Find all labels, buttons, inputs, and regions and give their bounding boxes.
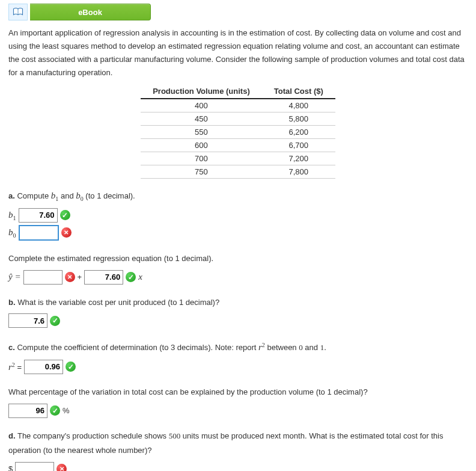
dollar-label: $: [8, 464, 13, 471]
intercept-input[interactable]: [23, 270, 63, 285]
totalcost-input[interactable]: [15, 462, 54, 471]
check-icon: [66, 362, 76, 372]
x-label: x: [138, 272, 142, 282]
data-table: Production Volume (units) Total Cost ($)…: [141, 84, 335, 179]
question-c-prompt: c. Compute the coefficient of determinat…: [8, 339, 468, 356]
table-row: 4505,800: [141, 112, 335, 126]
col-header-cost: Total Cost ($): [262, 84, 335, 99]
b1-input[interactable]: [19, 208, 58, 223]
book-icon: [13, 8, 23, 16]
eq-row: ŷ = + x: [8, 270, 468, 285]
table-row: 6006,700: [141, 139, 335, 152]
col-header-volume: Production Volume (units): [141, 84, 262, 99]
pct-symbol: %: [63, 406, 70, 415]
ebook-button[interactable]: eBook: [30, 4, 151, 20]
d-row: $: [8, 462, 468, 471]
pct-prompt: What percentage of the variation in tota…: [8, 385, 468, 400]
b-row: [8, 313, 468, 328]
question-a-prompt: a. Compute b1 and b0 (to 1 decimal).: [8, 187, 468, 205]
question-d-prompt: d. The company's production schedule sho…: [8, 429, 468, 458]
check-icon: [60, 210, 70, 220]
eq-prompt: Complete the estimated regression equati…: [8, 251, 468, 266]
varcost-input[interactable]: [8, 313, 47, 328]
slope-input[interactable]: [84, 270, 123, 285]
b1-label: b1: [8, 210, 16, 221]
cross-icon: [65, 272, 75, 282]
c-row: r2 =: [8, 360, 468, 374]
b1-row: b1: [8, 208, 468, 223]
b0-input[interactable]: [19, 225, 59, 241]
r2-input[interactable]: [24, 360, 63, 374]
ebook-toolbar: eBook: [8, 4, 468, 20]
table-row: 7507,800: [141, 165, 335, 179]
check-icon: [50, 316, 60, 326]
cross-icon: [56, 464, 67, 471]
b0-row: b0: [8, 225, 468, 241]
question-b-prompt: b. What is the variable cost per unit pr…: [8, 295, 468, 310]
ebook-label: eBook: [78, 8, 102, 17]
book-icon-box: [8, 4, 28, 20]
pct-row: %: [8, 404, 468, 418]
r2-label: r2 =: [8, 362, 22, 372]
y-hat-label: ŷ =: [8, 272, 21, 282]
table-row: 5506,200: [141, 126, 335, 139]
cross-icon: [61, 227, 72, 238]
b0-label: b0: [8, 227, 16, 239]
check-icon: [126, 272, 136, 282]
intro-text: An important application of regression a…: [8, 26, 468, 79]
table-row: 7007,200: [141, 152, 335, 165]
check-icon: [50, 405, 60, 416]
table-row: 4004,800: [141, 99, 335, 112]
pct-input[interactable]: [8, 404, 47, 418]
plus-sign: +: [78, 272, 82, 282]
